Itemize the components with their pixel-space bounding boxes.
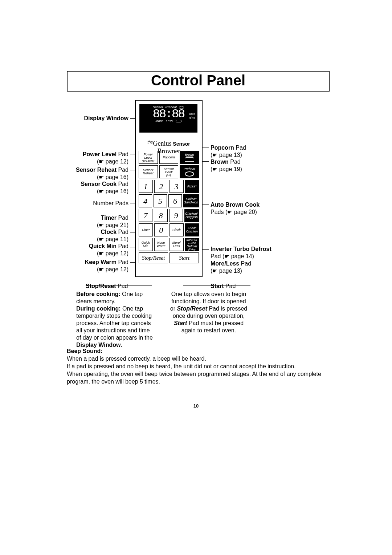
label-stop-reset: Stop/Reset Pad (86, 283, 128, 290)
display-window: Sensor Preheat 88:88 oz/lb g/kg More Les… (139, 104, 197, 133)
preheat-icon (185, 171, 194, 177)
num-9-pad[interactable]: 9 (169, 209, 183, 222)
num-2-pad[interactable]: 2 (154, 180, 168, 193)
indicator-more: More (155, 119, 163, 123)
sensor-reheat-pad[interactable]: Sensor Reheat (139, 165, 158, 178)
display-digits: 88:88 (139, 108, 197, 120)
stop-reset-pad[interactable]: Stop/Reset (139, 252, 168, 263)
num-6-pad[interactable]: 6 (168, 194, 182, 207)
label-display-window: Display Window (84, 115, 128, 122)
label-clock: Clock Pad (☛ page 11) (97, 228, 128, 243)
num-3-pad[interactable]: 3 (170, 180, 184, 193)
num-0-pad[interactable]: 0 (154, 223, 168, 236)
power-level-pad[interactable]: Power Level (10 Levels) (139, 151, 158, 164)
pizza-pad[interactable]: Pizza* (185, 180, 199, 193)
beep-line2: If a pad is pressed and no beep is heard… (67, 363, 296, 369)
page-title: Control Panel (68, 72, 329, 89)
inverter-defrost-pad[interactable]: Inverter Turbo Defrost (lb/kg) (185, 238, 199, 251)
label-auto-brown: Auto Brown Cook Pads (☛ page 20) (211, 201, 260, 216)
quick-min-pad[interactable]: Quick Min (139, 238, 153, 251)
turntable-icon (176, 120, 181, 122)
preheat-pad[interactable]: Preheat (180, 165, 199, 178)
num-5-pad[interactable]: 5 (154, 194, 167, 207)
start-description: One tap allows oven to begin functioning… (163, 291, 254, 334)
brown-icon (185, 157, 194, 162)
num-7-pad[interactable]: 7 (139, 209, 152, 222)
beep-line1: When a pad is pressed correctly, a beep … (67, 356, 206, 362)
label-popcorn: Popcorn Pad (☛ page 13) (211, 144, 246, 159)
units-gkg: g/kg (189, 116, 195, 119)
label-brown: Brown Pad (☛ page 19) (211, 158, 242, 173)
clock-pad[interactable]: Clock (170, 223, 184, 236)
label-number-pads: Number Pads (93, 200, 128, 207)
stop-reset-description: Before cooking: One tap clears memory. D… (76, 291, 156, 349)
control-panel: Sensor Preheat 88:88 oz/lb g/kg More Les… (135, 100, 203, 277)
sensor-cook-pad[interactable]: Sensor Cook (1-6) (159, 165, 179, 178)
label-sensor-reheat: Sensor Reheat Pad (☛ page 16) (76, 166, 128, 181)
num-1-pad[interactable]: 1 (139, 180, 153, 193)
label-start: Start Pad (211, 283, 236, 290)
beep-heading: Beep Sound: (67, 348, 103, 354)
title-box: Control Panel (67, 71, 330, 92)
label-quick-min: Quick Min Pad (☛ page 12) (89, 243, 128, 257)
units-ozlb: oz/lb (189, 112, 195, 116)
popcorn-pad[interactable]: Popcorn (159, 151, 179, 164)
num-8-pad[interactable]: 8 (154, 209, 168, 222)
label-inverter: Inverter Turbo Defrost Pad (☛ page 14) (211, 246, 271, 260)
chicken-nuggets-pad[interactable]: Chicken* Nuggets (184, 209, 199, 222)
start-pad[interactable]: Start (170, 252, 199, 263)
num-4-pad[interactable]: 4 (139, 194, 152, 207)
brown-pad[interactable]: Brown (180, 151, 199, 164)
beep-line3: When operating, the oven will beep twice… (67, 371, 321, 385)
label-sensor-cook: Sensor Cook Pad (☛ page 16) (81, 181, 128, 195)
label-more-less: More/Less Pad (☛ page 13) (211, 260, 251, 275)
indicator-less: Less (166, 119, 173, 123)
fried-chicken-pad[interactable]: Fried* Chicken (185, 223, 199, 236)
beep-sound-section: Beep Sound: When a pad is pressed correc… (67, 347, 328, 385)
label-keep-warm: Keep Warm Pad (☛ page 12) (85, 259, 128, 273)
label-timer: Timer Pad (☛ page 21) (97, 214, 128, 229)
page-number: 10 (0, 403, 392, 409)
label-power-level: Power Level Pad (☛ page 12) (83, 151, 128, 165)
grilled-sandwich-pad[interactable]: Grilled* Sandwich (183, 194, 199, 207)
keep-warm-pad[interactable]: Keep Warm (154, 238, 168, 251)
more-less-pad[interactable]: More/ Less (170, 238, 184, 251)
timer-pad[interactable]: Timer (139, 223, 153, 236)
